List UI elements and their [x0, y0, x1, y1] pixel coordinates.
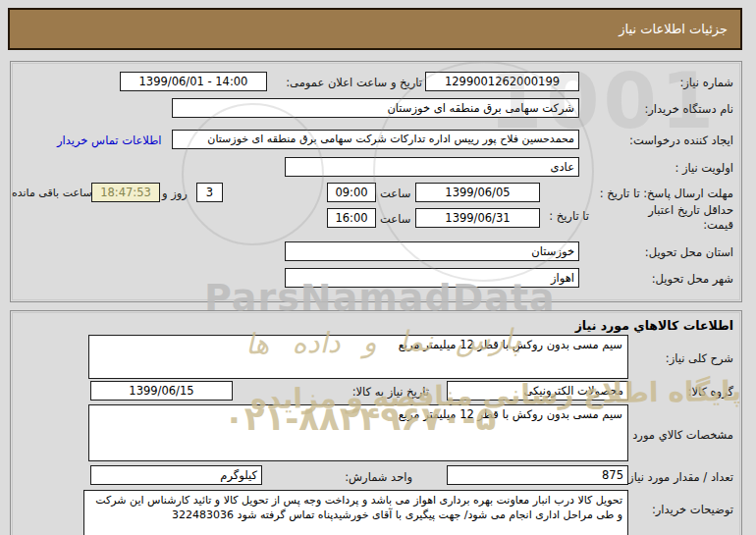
- price-validity-label: حداقل تاریخ اعتبار قیمت:: [648, 203, 733, 233]
- goods-group-field[interactable]: محصولات الکترونیکی: [447, 381, 628, 401]
- reply-deadline-date-field[interactable]: 1399/06/05: [415, 183, 540, 202]
- page-title-bar: جزئیات اطلاعات نیاز: [8, 8, 742, 50]
- price-validity-label-line2: قیمت:: [648, 218, 733, 233]
- specs-textarea[interactable]: سیم مسی بدون روکش با قطر 12 میلیمتر مربع: [88, 404, 628, 461]
- delivery-city-label: شهر محل تحویل:: [652, 272, 733, 286]
- goods-group-label: گروه کالا:: [688, 385, 733, 399]
- need-number-label: شماره نیاز:: [679, 76, 733, 89]
- page-title: جزئیات اطلاعات نیاز: [619, 22, 728, 36]
- need-number-field[interactable]: 1299001262000199: [425, 72, 579, 91]
- reply-deadline-hour-label: ساعت: [380, 187, 410, 200]
- general-desc-label: شرح کلی نیاز:: [666, 351, 733, 365]
- buyer-contact-link[interactable]: اطلاعات تماس خریدار: [57, 134, 162, 147]
- buyer-notes-label: توضیحات خریدار:: [652, 503, 733, 516]
- price-validity-label-line1: حداقل تاریخ اعتبار: [648, 203, 733, 218]
- priority-field[interactable]: عادی: [285, 157, 579, 177]
- delivery-province-field[interactable]: خوزستان: [285, 241, 579, 261]
- hours-remaining-label: ساعت باقی مانده: [12, 187, 92, 199]
- buyer-notes-textarea[interactable]: تحویل کالا درب انبار معاونت بهره برداری …: [83, 490, 628, 535]
- price-validity-until-label: تا تاریخ :: [549, 209, 589, 223]
- general-desc-textarea[interactable]: سیم مسی بدون روکش با قطر 12 میلیمتر مربع: [88, 335, 628, 379]
- announce-datetime-label: تاریخ و ساعت اعلان عمومی:: [286, 76, 422, 89]
- announce-datetime-field[interactable]: 1399/06/01 - 14:00: [120, 72, 267, 91]
- unit-field[interactable]: کیلوگرم: [90, 465, 262, 485]
- countdown-field: 18:47:53: [91, 183, 160, 202]
- request-creator-label: ایجاد کننده درخواست:: [629, 134, 733, 147]
- price-validity-date-field[interactable]: 1399/06/31: [415, 208, 540, 228]
- buyer-org-field[interactable]: شرکت سهامی برق منطقه ای خوزستان: [172, 98, 579, 118]
- price-validity-hour-label: ساعت: [380, 212, 410, 226]
- need-details-page: جزئیات اطلاعات نیاز شماره نیاز: 12990012…: [0, 0, 756, 535]
- days-and-label: روز و: [162, 187, 188, 200]
- need-date-label: تاریخ نیاز به کالا:: [352, 385, 429, 399]
- need-info-groupbox: [10, 61, 742, 302]
- priority-label: اولویت نیاز :: [675, 161, 733, 175]
- reply-deadline-time-field[interactable]: 09:00: [327, 183, 376, 202]
- quantity-label: تعداد / مقدار مورد نیاز:: [624, 470, 733, 484]
- remaining-days-field[interactable]: 3: [196, 183, 223, 202]
- request-creator-field[interactable]: محمدحسین فلاح پور رییس اداره تدارکات شرک…: [172, 130, 579, 149]
- price-validity-time-field[interactable]: 16:00: [327, 208, 376, 228]
- reply-deadline-label: مهلت ارسال پاسخ: تا تاریخ :: [600, 187, 733, 200]
- buyer-org-label: نام دستگاه خریدار:: [644, 102, 733, 116]
- unit-label: واحد شمارش:: [345, 470, 412, 484]
- quantity-field[interactable]: 875: [447, 465, 628, 485]
- delivery-city-field[interactable]: اهواز: [285, 268, 579, 288]
- goods-section-title: اطلاعات کالاهاي مورد نیاز: [575, 318, 733, 333]
- delivery-province-label: استان محل تحویل:: [645, 245, 733, 259]
- need-date-field[interactable]: 1399/06/15: [90, 381, 233, 401]
